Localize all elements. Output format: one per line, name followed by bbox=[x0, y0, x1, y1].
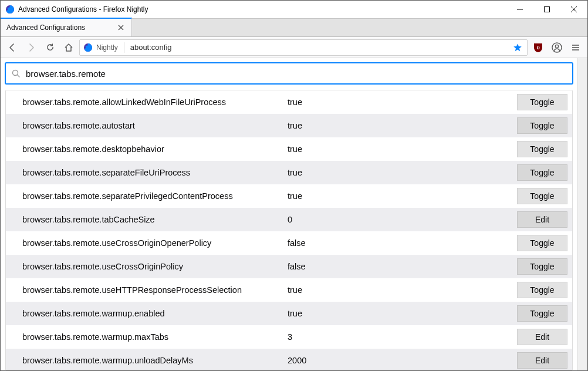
pref-row: browser.tabs.remote.tabCacheSize0Edit bbox=[6, 208, 572, 231]
vertical-scrollbar[interactable] bbox=[577, 58, 587, 370]
back-button[interactable] bbox=[4, 39, 21, 56]
pref-name: browser.tabs.remote.separatePrivilegedCo… bbox=[22, 191, 288, 201]
pref-name: browser.tabs.remote.warmup.enabled bbox=[22, 309, 288, 318]
ublock-icon[interactable]: υ bbox=[530, 39, 546, 56]
pref-value: 3 bbox=[288, 332, 517, 342]
toggle-button[interactable]: Toggle bbox=[517, 305, 567, 322]
pref-value: true bbox=[288, 168, 517, 177]
close-window-button[interactable] bbox=[560, 1, 587, 18]
search-icon bbox=[12, 69, 20, 77]
pref-row: browser.tabs.remote.useHTTPResponseProce… bbox=[6, 278, 572, 302]
menu-icon[interactable] bbox=[567, 39, 584, 56]
pref-name: browser.tabs.remote.allowLinkedWebInFile… bbox=[22, 97, 288, 107]
reload-button[interactable] bbox=[42, 39, 58, 56]
minimize-button[interactable] bbox=[506, 1, 533, 18]
identity-label: Nightly bbox=[95, 43, 121, 52]
pref-search-input[interactable] bbox=[26, 69, 566, 79]
pref-name: browser.tabs.remote.useHTTPResponseProce… bbox=[22, 285, 288, 295]
tab-strip: Advanced Configurations bbox=[1, 18, 587, 37]
pref-name: browser.tabs.remote.separateFileUriProce… bbox=[22, 168, 288, 177]
forward-button[interactable] bbox=[23, 39, 39, 56]
pref-row: browser.tabs.remote.desktopbehaviortrueT… bbox=[6, 137, 572, 161]
edit-button[interactable]: Edit bbox=[517, 352, 567, 369]
url-bar[interactable]: Nightly about:config bbox=[79, 39, 528, 56]
page-content: browser.tabs.remote.allowLinkedWebInFile… bbox=[1, 58, 587, 370]
url-text[interactable]: about:config bbox=[127, 43, 509, 52]
close-tab-icon[interactable] bbox=[116, 23, 126, 32]
pref-row: browser.tabs.remote.warmup.maxTabs3Edit bbox=[6, 325, 572, 349]
pref-value: true bbox=[288, 97, 517, 107]
toggle-button[interactable]: Toggle bbox=[517, 94, 567, 110]
pref-name: browser.tabs.remote.useCrossOriginPolicy bbox=[22, 262, 288, 271]
navigation-toolbar: Nightly about:config υ bbox=[1, 37, 587, 58]
toggle-button[interactable]: Toggle bbox=[517, 235, 567, 251]
bookmark-star-icon[interactable] bbox=[512, 43, 523, 52]
firefox-nightly-icon bbox=[5, 5, 15, 14]
toggle-button[interactable]: Toggle bbox=[517, 282, 567, 298]
svg-rect-2 bbox=[545, 7, 550, 12]
pref-value: true bbox=[288, 191, 517, 201]
prefs-table: browser.tabs.remote.allowLinkedWebInFile… bbox=[5, 90, 573, 370]
svg-text:υ: υ bbox=[536, 45, 539, 50]
maximize-button[interactable] bbox=[533, 1, 560, 18]
pref-row: browser.tabs.remote.warmup.enabledtrueTo… bbox=[6, 302, 572, 325]
tab-title: Advanced Configurations bbox=[6, 23, 85, 32]
pref-name: browser.tabs.remote.autostart bbox=[22, 121, 288, 130]
pref-name: browser.tabs.remote.warmup.unloadDelayMs bbox=[22, 356, 288, 365]
toggle-button[interactable]: Toggle bbox=[517, 164, 567, 181]
pref-row: browser.tabs.remote.separatePrivilegedCo… bbox=[6, 184, 572, 208]
edit-button[interactable]: Edit bbox=[517, 329, 567, 345]
pref-value: true bbox=[288, 285, 517, 295]
window-titlebar: Advanced Configurations - Firefox Nightl… bbox=[1, 1, 587, 18]
browser-tab-active[interactable]: Advanced Configurations bbox=[1, 18, 132, 36]
pref-row: browser.tabs.remote.allowLinkedWebInFile… bbox=[6, 90, 572, 114]
svg-point-10 bbox=[555, 45, 558, 48]
pref-row: browser.tabs.remote.useCrossOriginPolicy… bbox=[6, 255, 572, 278]
toggle-button[interactable]: Toggle bbox=[517, 188, 567, 204]
svg-line-15 bbox=[18, 75, 20, 77]
account-icon[interactable] bbox=[549, 39, 565, 56]
pref-name: browser.tabs.remote.desktopbehavior bbox=[22, 144, 288, 154]
pref-value: true bbox=[288, 144, 517, 154]
window-controls bbox=[506, 1, 587, 18]
pref-search-wrap bbox=[5, 63, 573, 84]
pref-value: false bbox=[288, 238, 517, 248]
pref-value: false bbox=[288, 262, 517, 271]
window-title: Advanced Configurations - Firefox Nightl… bbox=[18, 5, 148, 14]
pref-name: browser.tabs.remote.useCrossOriginOpener… bbox=[22, 238, 288, 248]
toggle-button[interactable]: Toggle bbox=[517, 258, 567, 275]
pref-row: browser.tabs.remote.separateFileUriProce… bbox=[6, 161, 572, 184]
firefox-nightly-icon bbox=[83, 43, 93, 52]
pref-value: 2000 bbox=[288, 356, 517, 365]
home-button[interactable] bbox=[60, 39, 77, 56]
toggle-button[interactable]: Toggle bbox=[517, 141, 567, 157]
pref-value: true bbox=[288, 309, 517, 318]
pref-row: browser.tabs.remote.autostarttrueToggle bbox=[6, 114, 572, 137]
edit-button[interactable]: Edit bbox=[517, 211, 567, 228]
pref-value: true bbox=[288, 121, 517, 130]
toggle-button[interactable]: Toggle bbox=[517, 117, 567, 134]
pref-row: browser.tabs.remote.warmup.unloadDelayMs… bbox=[6, 349, 572, 370]
pref-row: browser.tabs.remote.useCrossOriginOpener… bbox=[6, 231, 572, 255]
pref-name: browser.tabs.remote.tabCacheSize bbox=[22, 215, 288, 224]
urlbar-separator bbox=[124, 42, 124, 53]
pref-name: browser.tabs.remote.warmup.maxTabs bbox=[22, 332, 288, 342]
pref-value: 0 bbox=[288, 215, 517, 224]
